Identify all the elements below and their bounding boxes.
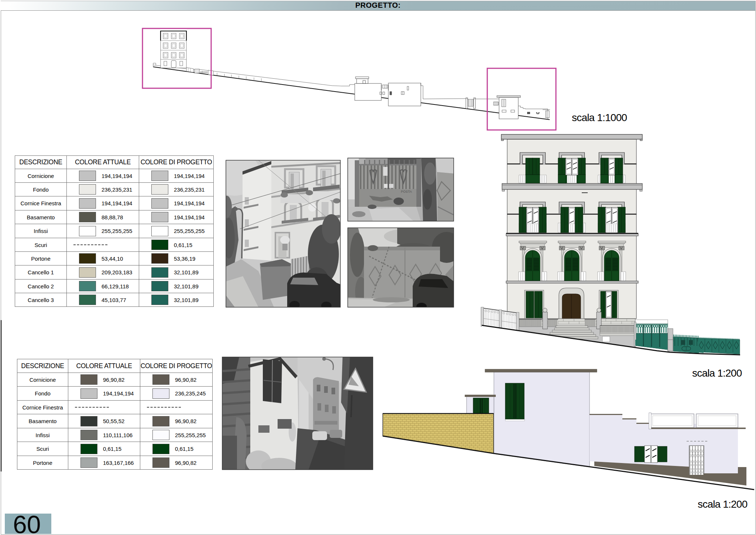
svg-text:POSTA: POSTA: [401, 190, 412, 193]
